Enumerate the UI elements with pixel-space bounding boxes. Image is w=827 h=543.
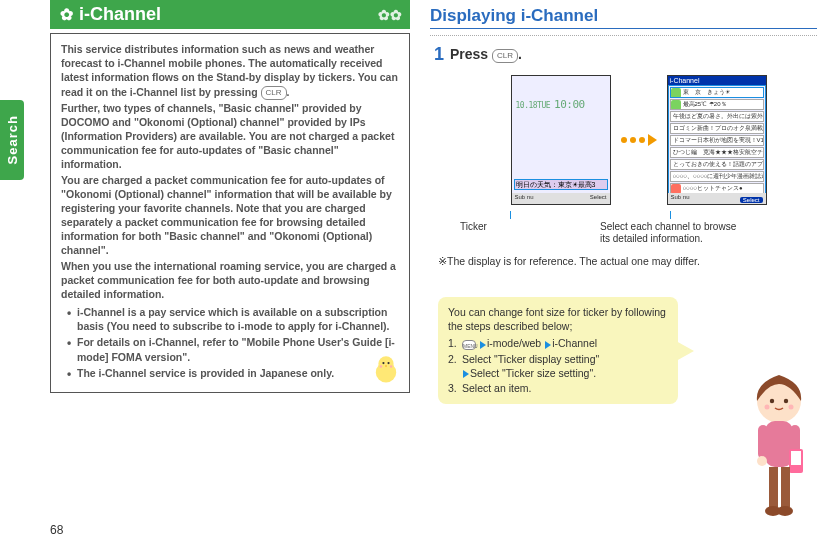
row-text: 午後ほど夏の暑さ。外出には紫外線対策を [673,112,764,121]
svg-point-1 [378,356,393,371]
callout-line-icon [510,211,511,219]
info-bullet: For details on i-Channel, refer to "Mobi… [67,335,399,363]
channel-row: ひつじ編 克海★★★格安航空チケットをチェック [670,147,764,158]
softkey-left: Sub nu [671,194,690,203]
softkey-right: Select [590,194,607,203]
clover-icon: ✿ [60,5,73,24]
tip-num: 2. [448,352,457,366]
channel-row: ○○○○、○○○○に週刊少年漫画雑誌連載開始で [670,171,764,182]
phone-standby-screenshot: 10.18TUE 10:00 明日の天気：東京☀最高3 Sub nu Selec… [511,75,611,205]
tip-step: 1. MENU i-mode/web i-Channel [448,336,668,350]
svg-point-15 [757,456,767,466]
channel-row: ロゴミン新曲！プロのオク泉満載の演奏：交響曲♪ [670,123,764,134]
caption-ticker-text: Ticker [460,221,560,232]
step-number: 1 [434,44,444,65]
svg-rect-12 [765,421,793,467]
info-para-1a: This service distributes information suc… [61,43,398,98]
row-text: ドコマー日本初が地図を実現！V1.0へ。★Xケタが [673,136,764,145]
clover-decoration-icon: ✿✿ [378,7,402,23]
page-number: 68 [50,523,63,537]
tip-num: 3. [448,381,457,395]
phone-screenshots: 10.18TUE 10:00 明日の天気：東京☀最高3 Sub nu Selec… [460,75,817,205]
side-search-label: Search [5,115,20,164]
channel-row: ドコマー日本初が地図を実現！V1.0へ。★Xケタが [670,135,764,146]
row-text: ロゴミン新曲！プロのオク泉満載の演奏：交響曲♪ [673,124,764,133]
channel-row: 最高25℃ ☂20％ [670,99,764,110]
info-para-2: Further, two types of channels, "Basic c… [61,101,399,172]
phone-clock: 10:00 [554,98,585,111]
svg-point-9 [784,399,788,403]
svg-point-6 [390,365,393,368]
step-text-a: Press [450,46,492,62]
clr-key-icon[interactable]: CLR [492,49,518,63]
phone-softkeys: Sub nu Select [512,193,610,204]
info-bullets: i-Channel is a pay service which is avai… [61,305,399,380]
section-title: i-Channel [79,4,161,25]
step-text-b: . [518,46,522,62]
caption-select: Select each channel to browse its detail… [600,211,740,245]
triangle-icon [545,341,551,349]
tip-intro: You can change font size for ticker by f… [448,305,668,333]
tip-step: 3. Select an item. [448,381,668,395]
svg-point-8 [770,399,774,403]
phone-channel-list-screenshot: i-Channel 東 京 きょう☀ 最高25℃ ☂20％ 午後ほど夏の暑さ。外… [667,75,767,205]
tip-step: 2. Select "Ticker display setting" Selec… [448,352,668,380]
phone2-rows: 東 京 きょう☀ 最高25℃ ☂20％ 午後ほど夏の暑さ。外出には紫外線対策を … [668,85,766,197]
chick-mascot-icon [369,352,403,386]
row-text: ○○○○ヒットチャンス● [683,184,743,193]
tip-bubble: You can change font size for ticker by f… [438,297,678,404]
caption-select-text: Select each channel to browse its detail… [600,221,740,245]
row-text: ひつじ編 克海★★★格安航空チケットをチェック [673,148,764,157]
info-para-4: When you use the international roaming s… [61,259,399,302]
tip-text: i-Channel [552,337,597,349]
svg-point-11 [789,405,794,410]
phone-captions: Ticker Select each channel to browse its… [460,211,817,245]
page-content: ✿ i-Channel ✿✿ This service distributes … [50,0,817,513]
side-search-tab[interactable]: Search [0,100,24,180]
tip-text: i-mode/web [487,337,541,349]
phone-date: 10.18TUE [516,101,551,110]
svg-point-2 [382,362,384,364]
info-box: This service distributes information suc… [50,33,410,393]
info-bullet: The i-Channel service is provided in Jap… [67,366,399,380]
row-text: ○○○○、○○○○に週刊少年漫画雑誌連載開始で [673,172,764,181]
svg-point-5 [380,365,383,368]
triangle-icon [480,341,486,349]
row-text: とっておきの使える！話題のアプリがたくさん登場 [673,160,764,169]
svg-rect-17 [791,451,801,465]
select-label: Select [740,197,763,203]
phone-ticker: 明日の天気：東京☀最高3 [514,179,608,190]
phone-time: 10.18TUE 10:00 [512,76,610,111]
left-column: ✿ i-Channel ✿✿ This service distributes … [50,0,410,513]
svg-rect-13 [758,425,768,459]
tip-text: Select "Ticker display setting" [462,353,599,365]
tip-text: Select "Ticker size setting". [470,367,596,379]
channel-row: とっておきの使える！話題のアプリがたくさん登場 [670,159,764,170]
dotted-divider [430,35,817,36]
menu-key-icon[interactable]: MENU [462,340,476,350]
row-text: 東 京 きょう☀ [683,88,730,97]
callout-line-icon [670,211,671,219]
info-bullet: i-Channel is a pay service which is avai… [67,305,399,333]
channel-row: 午後ほど夏の暑さ。外出には紫外線対策を [670,111,764,122]
right-section-title: Displaying i-Channel [430,6,817,29]
info-para-3: You are charged a packet communication f… [61,173,399,258]
section-header-bar: ✿ i-Channel ✿✿ [50,0,410,29]
tip-num: 1. [448,336,457,350]
arrow-icon [621,134,657,146]
tip-text: Select an item. [462,382,531,394]
svg-point-21 [777,506,793,516]
channel-row: 東 京 きょう☀ [670,87,764,98]
info-para-1: This service distributes information suc… [61,42,399,100]
svg-rect-18 [769,467,778,507]
display-reference-note: ※The display is for reference. The actua… [438,255,817,267]
svg-rect-19 [781,467,790,507]
svg-point-10 [765,405,770,410]
phone2-titlebar: i-Channel [668,76,766,85]
step-1-row: 1 Press CLR. [434,44,817,65]
tip-steps: 1. MENU i-mode/web i-Channel 2. Select "… [448,336,668,395]
svg-point-3 [387,362,389,364]
softkey-left: Sub nu [515,194,534,203]
caption-ticker: Ticker [460,211,560,245]
triangle-icon [463,370,469,378]
